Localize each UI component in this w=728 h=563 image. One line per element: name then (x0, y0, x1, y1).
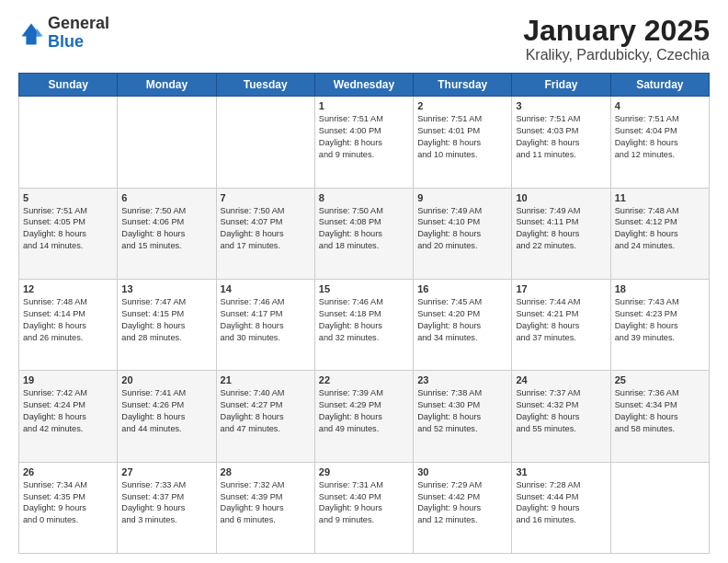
day-header-monday: Monday (118, 74, 216, 97)
calendar-header-row: SundayMondayTuesdayWednesdayThursdayFrid… (19, 74, 710, 97)
day-number: 26 (23, 466, 113, 477)
calendar-cell: 24Sunrise: 7:37 AM Sunset: 4:32 PM Dayli… (512, 371, 610, 462)
day-info: Sunrise: 7:40 AM Sunset: 4:27 PM Dayligh… (221, 387, 311, 435)
day-info: Sunrise: 7:37 AM Sunset: 4:32 PM Dayligh… (516, 387, 606, 435)
day-number: 28 (221, 466, 311, 477)
header: General Blue January 2025 Kraliky, Pardu… (18, 15, 710, 63)
day-number: 19 (23, 374, 113, 385)
calendar-title: January 2025 (523, 15, 710, 47)
calendar-week-row: 5Sunrise: 7:51 AM Sunset: 4:05 PM Daylig… (19, 188, 710, 279)
day-number: 24 (516, 374, 606, 385)
day-header-saturday: Saturday (610, 74, 709, 97)
day-number: 9 (417, 192, 507, 203)
day-number: 12 (23, 283, 113, 294)
day-info: Sunrise: 7:39 AM Sunset: 4:29 PM Dayligh… (319, 387, 409, 435)
calendar-cell (19, 97, 118, 188)
day-number: 31 (516, 466, 606, 477)
day-number: 5 (23, 192, 113, 203)
calendar-week-row: 12Sunrise: 7:48 AM Sunset: 4:14 PM Dayli… (19, 279, 710, 370)
day-info: Sunrise: 7:33 AM Sunset: 4:37 PM Dayligh… (121, 479, 211, 527)
day-info: Sunrise: 7:44 AM Sunset: 4:21 PM Dayligh… (516, 296, 606, 344)
day-info: Sunrise: 7:49 AM Sunset: 4:11 PM Dayligh… (516, 205, 606, 253)
calendar-cell: 22Sunrise: 7:39 AM Sunset: 4:29 PM Dayli… (314, 371, 413, 462)
calendar-cell: 21Sunrise: 7:40 AM Sunset: 4:27 PM Dayli… (216, 371, 314, 462)
calendar-cell: 14Sunrise: 7:46 AM Sunset: 4:17 PM Dayli… (216, 279, 314, 370)
day-number: 4 (615, 100, 705, 111)
day-number: 20 (121, 374, 211, 385)
day-info: Sunrise: 7:36 AM Sunset: 4:34 PM Dayligh… (615, 387, 705, 435)
calendar-cell: 6Sunrise: 7:50 AM Sunset: 4:06 PM Daylig… (118, 188, 216, 279)
day-header-friday: Friday (512, 74, 610, 97)
logo-text: General Blue (48, 15, 109, 52)
day-number: 7 (221, 192, 311, 203)
calendar-cell: 23Sunrise: 7:38 AM Sunset: 4:30 PM Dayli… (414, 371, 512, 462)
day-info: Sunrise: 7:32 AM Sunset: 4:39 PM Dayligh… (221, 479, 311, 527)
day-info: Sunrise: 7:38 AM Sunset: 4:30 PM Dayligh… (417, 387, 507, 435)
calendar-cell: 12Sunrise: 7:48 AM Sunset: 4:14 PM Dayli… (19, 279, 118, 370)
calendar-cell: 10Sunrise: 7:49 AM Sunset: 4:11 PM Dayli… (512, 188, 610, 279)
logo-general: General (48, 14, 109, 32)
day-info: Sunrise: 7:47 AM Sunset: 4:15 PM Dayligh… (121, 296, 211, 344)
calendar-cell: 19Sunrise: 7:42 AM Sunset: 4:24 PM Dayli… (19, 371, 118, 462)
day-info: Sunrise: 7:51 AM Sunset: 4:03 PM Dayligh… (516, 113, 606, 161)
day-header-tuesday: Tuesday (216, 74, 314, 97)
calendar-cell: 29Sunrise: 7:31 AM Sunset: 4:40 PM Dayli… (314, 462, 413, 553)
day-number: 14 (221, 283, 311, 294)
calendar-cell: 8Sunrise: 7:50 AM Sunset: 4:08 PM Daylig… (314, 188, 413, 279)
calendar-week-row: 26Sunrise: 7:34 AM Sunset: 4:35 PM Dayli… (19, 462, 710, 553)
day-info: Sunrise: 7:42 AM Sunset: 4:24 PM Dayligh… (23, 387, 113, 435)
day-info: Sunrise: 7:51 AM Sunset: 4:01 PM Dayligh… (417, 113, 507, 161)
calendar-subtitle: Kraliky, Pardubicky, Czechia (523, 47, 710, 63)
day-number: 11 (615, 192, 705, 203)
day-number: 22 (319, 374, 409, 385)
day-number: 6 (121, 192, 211, 203)
day-info: Sunrise: 7:48 AM Sunset: 4:14 PM Dayligh… (23, 296, 113, 344)
day-info: Sunrise: 7:46 AM Sunset: 4:18 PM Dayligh… (319, 296, 409, 344)
day-number: 21 (221, 374, 311, 385)
calendar-cell: 26Sunrise: 7:34 AM Sunset: 4:35 PM Dayli… (19, 462, 118, 553)
day-number: 8 (319, 192, 409, 203)
calendar-cell: 30Sunrise: 7:29 AM Sunset: 4:42 PM Dayli… (414, 462, 512, 553)
day-number: 1 (319, 100, 409, 111)
day-number: 27 (121, 466, 211, 477)
calendar-cell: 2Sunrise: 7:51 AM Sunset: 4:01 PM Daylig… (414, 97, 512, 188)
day-info: Sunrise: 7:50 AM Sunset: 4:07 PM Dayligh… (221, 205, 311, 253)
calendar-cell: 18Sunrise: 7:43 AM Sunset: 4:23 PM Dayli… (610, 279, 709, 370)
day-number: 2 (417, 100, 507, 111)
calendar-cell: 17Sunrise: 7:44 AM Sunset: 4:21 PM Dayli… (512, 279, 610, 370)
day-number: 30 (417, 466, 507, 477)
day-info: Sunrise: 7:31 AM Sunset: 4:40 PM Dayligh… (319, 479, 409, 527)
day-info: Sunrise: 7:28 AM Sunset: 4:44 PM Dayligh… (516, 479, 606, 527)
day-number: 25 (615, 374, 705, 385)
day-info: Sunrise: 7:51 AM Sunset: 4:00 PM Dayligh… (319, 113, 409, 161)
calendar-cell (118, 97, 216, 188)
logo: General Blue (18, 15, 109, 52)
day-info: Sunrise: 7:48 AM Sunset: 4:12 PM Dayligh… (615, 205, 705, 253)
day-info: Sunrise: 7:34 AM Sunset: 4:35 PM Dayligh… (23, 479, 113, 527)
calendar-week-row: 1Sunrise: 7:51 AM Sunset: 4:00 PM Daylig… (19, 97, 710, 188)
day-info: Sunrise: 7:29 AM Sunset: 4:42 PM Dayligh… (417, 479, 507, 527)
calendar-cell: 31Sunrise: 7:28 AM Sunset: 4:44 PM Dayli… (512, 462, 610, 553)
calendar-cell (610, 462, 709, 553)
day-header-wednesday: Wednesday (314, 74, 413, 97)
day-number: 17 (516, 283, 606, 294)
calendar-cell: 1Sunrise: 7:51 AM Sunset: 4:00 PM Daylig… (314, 97, 413, 188)
calendar-cell: 5Sunrise: 7:51 AM Sunset: 4:05 PM Daylig… (19, 188, 118, 279)
svg-marker-1 (37, 28, 43, 36)
day-info: Sunrise: 7:43 AM Sunset: 4:23 PM Dayligh… (615, 296, 705, 344)
calendar-table: SundayMondayTuesdayWednesdayThursdayFrid… (18, 73, 710, 554)
day-info: Sunrise: 7:45 AM Sunset: 4:20 PM Dayligh… (417, 296, 507, 344)
day-header-thursday: Thursday (414, 74, 512, 97)
title-block: January 2025 Kraliky, Pardubicky, Czechi… (523, 15, 710, 63)
day-info: Sunrise: 7:50 AM Sunset: 4:06 PM Dayligh… (121, 205, 211, 253)
day-number: 15 (319, 283, 409, 294)
day-number: 29 (319, 466, 409, 477)
calendar-cell (216, 97, 314, 188)
day-header-sunday: Sunday (19, 74, 118, 97)
calendar-week-row: 19Sunrise: 7:42 AM Sunset: 4:24 PM Dayli… (19, 371, 710, 462)
logo-icon (18, 20, 44, 46)
day-number: 3 (516, 100, 606, 111)
calendar-cell: 27Sunrise: 7:33 AM Sunset: 4:37 PM Dayli… (118, 462, 216, 553)
day-number: 13 (121, 283, 211, 294)
day-info: Sunrise: 7:50 AM Sunset: 4:08 PM Dayligh… (319, 205, 409, 253)
